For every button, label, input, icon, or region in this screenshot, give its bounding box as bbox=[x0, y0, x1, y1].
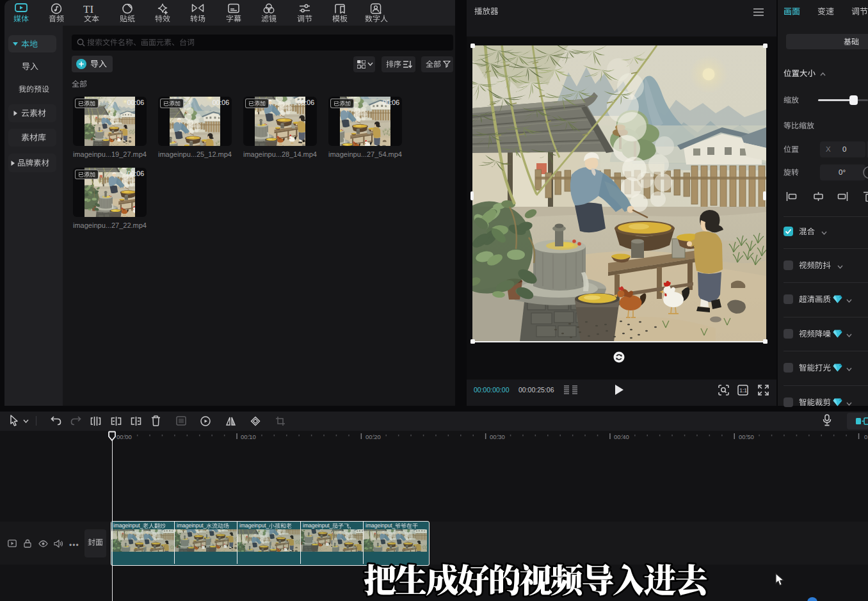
svg-text:1:1: 1:1 bbox=[739, 387, 747, 394]
svg-text:TI: TI bbox=[83, 3, 93, 14]
